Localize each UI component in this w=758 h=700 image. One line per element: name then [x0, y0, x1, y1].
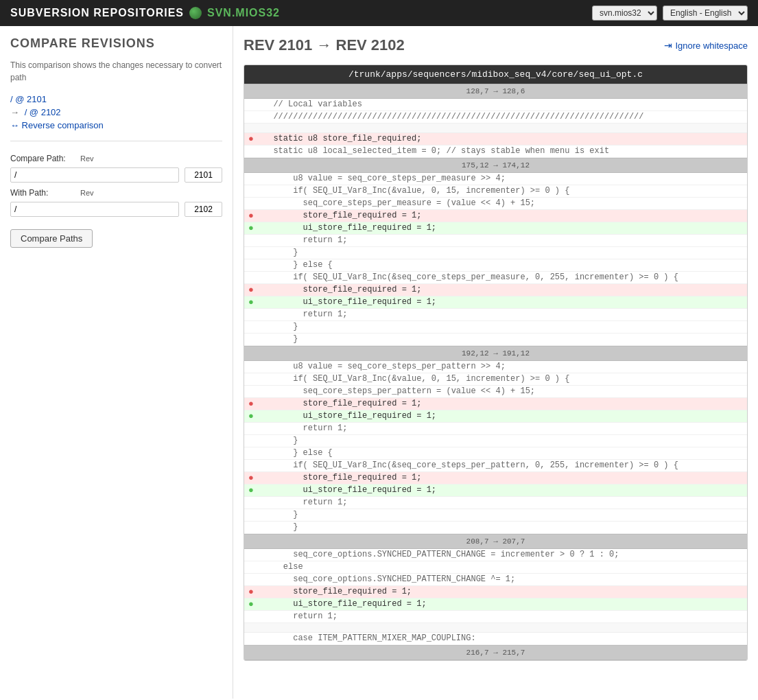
- line-code: seq_core_steps_per_measure = (value << 4…: [258, 198, 747, 209]
- line-code: // Local variables: [258, 99, 747, 110]
- line-marker-added: ●: [244, 222, 258, 234]
- reverse-label: ↔ Reverse comparison: [10, 120, 104, 130]
- diff-line: }: [244, 522, 747, 534]
- diff-line: }: [244, 509, 747, 522]
- with-path-row: With Path: Rev: [10, 188, 222, 198]
- path-from-link[interactable]: / @ 2101: [10, 94, 222, 104]
- line-marker: [244, 173, 258, 185]
- rev-label-1: Rev: [80, 154, 97, 163]
- line-code: }: [258, 247, 747, 259]
- diff-line: ////////////////////////////////////////…: [244, 111, 747, 124]
- with-path-inputs: [10, 202, 222, 217]
- line-code: }: [258, 509, 747, 521]
- diff-container: /trunk/apps/sequencers/midibox_seq_v4/co…: [244, 65, 748, 661]
- line-code: return 1;: [258, 611, 747, 622]
- app-title: SUBVERSION REPOSITORIES: [10, 7, 184, 19]
- diff-line: return 1;: [244, 611, 747, 623]
- sidebar-title: COMPARE REVISIONS: [10, 36, 222, 51]
- repo-select[interactable]: svn.mios32: [592, 5, 657, 21]
- rev-input-1[interactable]: [185, 167, 222, 183]
- line-code: return 1;: [258, 235, 747, 246]
- line-code: seq_core_options.SYNCHED_PATTERN_CHANGE …: [258, 549, 747, 561]
- content-header: REV 2101 → REV 2102 ⇥ Ignore whitespace: [244, 36, 748, 54]
- diff-file-header: /trunk/apps/sequencers/midibox_seq_v4/co…: [244, 65, 747, 84]
- diff-line-removed: ● store_file_required = 1;: [244, 210, 747, 222]
- line-code: return 1;: [258, 309, 747, 320]
- diff-line: case ITEM_PATTERN_MIXER_MAP_COUPLING:: [244, 633, 747, 645]
- line-marker: [244, 321, 258, 333]
- line-marker: [244, 373, 258, 385]
- diff-line: }: [244, 247, 747, 259]
- line-marker: [244, 509, 258, 521]
- line-code: ui_store_file_required = 1;: [258, 598, 747, 610]
- line-code: u8 value = seq_core_steps_per_pattern >>…: [258, 361, 747, 373]
- reverse-comparison-link[interactable]: ↔ Reverse comparison: [10, 120, 104, 130]
- line-marker-removed: ●: [244, 586, 258, 598]
- with-path-input[interactable]: [10, 202, 179, 217]
- chunk-header-3: 192,12 → 191,12: [244, 346, 747, 361]
- diff-line: return 1;: [244, 235, 747, 247]
- line-marker-removed: ●: [244, 133, 258, 145]
- diff-line-added: ● ui_store_file_required = 1;: [244, 485, 747, 497]
- diff-spacer: [244, 124, 747, 133]
- line-marker: [244, 561, 258, 573]
- line-code: case ITEM_PATTERN_MIXER_MAP_COUPLING:: [258, 633, 747, 644]
- diff-line: u8 value = seq_core_steps_per_measure >>…: [244, 173, 747, 185]
- diff-line-removed: ● store_file_required = 1;: [244, 586, 747, 598]
- line-marker-removed: ●: [244, 210, 258, 222]
- revision-title: REV 2101 → REV 2102: [244, 36, 405, 54]
- line-code: static u8 store_file_required;: [258, 133, 747, 145]
- line-marker-added: ●: [244, 598, 258, 610]
- path-from-label: / @ 2101: [10, 94, 47, 104]
- diff-line-removed: ● store_file_required = 1;: [244, 284, 747, 296]
- rev-input-2[interactable]: [185, 202, 222, 217]
- content-area: REV 2101 → REV 2102 ⇥ Ignore whitespace …: [233, 26, 758, 699]
- compare-path-input[interactable]: [10, 167, 179, 183]
- line-marker: [244, 247, 258, 259]
- diff-line: }: [244, 321, 747, 334]
- line-marker: [244, 522, 258, 533]
- line-marker-added: ●: [244, 296, 258, 308]
- line-code: if( SEQ_UI_Var8_Inc(&value, 0, 15, incre…: [258, 373, 747, 385]
- line-marker: [244, 497, 258, 509]
- line-code: }: [258, 334, 747, 345]
- diff-line: return 1;: [244, 497, 747, 509]
- line-marker-added: ●: [244, 485, 258, 496]
- diff-line: if( SEQ_UI_Var8_Inc(&seq_core_steps_per_…: [244, 460, 747, 472]
- with-path-label: With Path:: [10, 188, 72, 198]
- line-marker: [244, 272, 258, 283]
- compare-paths-button[interactable]: Compare Paths: [10, 229, 93, 248]
- diff-line: // Local variables: [244, 99, 747, 111]
- line-code: }: [258, 321, 747, 333]
- line-marker: [244, 549, 258, 561]
- line-code: u8 value = seq_core_steps_per_measure >>…: [258, 173, 747, 185]
- diff-line: else: [244, 561, 747, 574]
- diff-line: if( SEQ_UI_Var8_Inc(&value, 0, 15, incre…: [244, 185, 747, 198]
- line-code: } else {: [258, 259, 747, 271]
- line-marker: [244, 435, 258, 447]
- whitespace-label: Ignore whitespace: [675, 40, 748, 51]
- path-to-link[interactable]: → / @ 2102: [10, 107, 222, 117]
- line-marker-removed: ●: [244, 472, 258, 484]
- diff-line: seq_core_options.SYNCHED_PATTERN_CHANGE …: [244, 549, 747, 561]
- line-marker: [244, 185, 258, 197]
- line-code: store_file_required = 1;: [258, 284, 747, 296]
- chunk-header-5: 216,7 → 215,7: [244, 645, 747, 660]
- line-marker: [244, 574, 258, 585]
- diff-line-added: ● ui_store_file_required = 1;: [244, 598, 747, 611]
- diff-line: seq_core_steps_per_measure = (value << 4…: [244, 198, 747, 210]
- compare-form: Compare Path: Rev With Path: Rev Compare…: [10, 154, 222, 248]
- diff-line: u8 value = seq_core_steps_per_pattern >>…: [244, 361, 747, 373]
- line-marker: [244, 309, 258, 320]
- lang-select[interactable]: English - English: [663, 5, 748, 21]
- line-code: else: [258, 561, 747, 573]
- line-code: }: [258, 435, 747, 447]
- sidebar: COMPARE REVISIONS This comparison shows …: [0, 26, 233, 699]
- line-code: }: [258, 522, 747, 533]
- ignore-whitespace-link[interactable]: ⇥ Ignore whitespace: [664, 40, 748, 51]
- diff-line: return 1;: [244, 309, 747, 321]
- diff-line: seq_core_options.SYNCHED_PATTERN_CHANGE …: [244, 574, 747, 586]
- line-marker: [244, 423, 258, 434]
- line-marker: [244, 259, 258, 271]
- line-code: ui_store_file_required = 1;: [258, 485, 747, 496]
